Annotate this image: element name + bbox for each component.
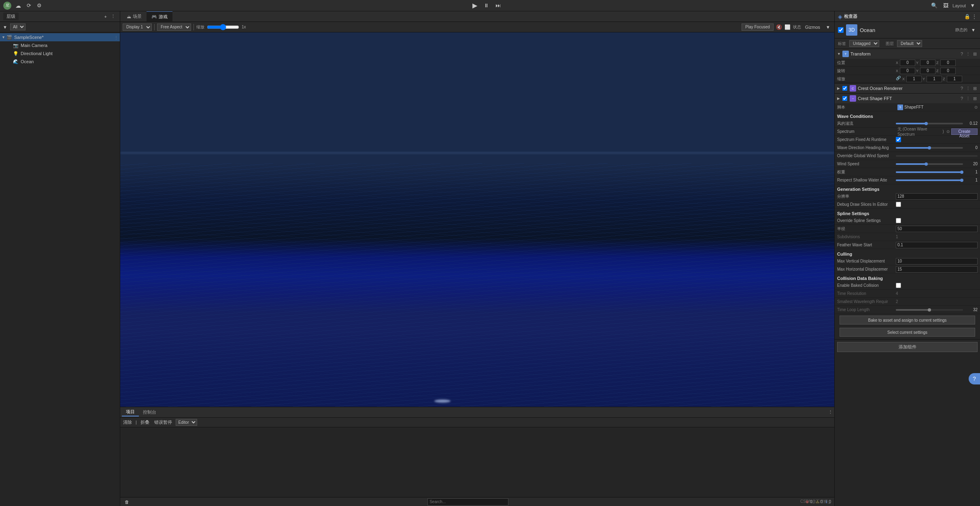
- user-avatar[interactable]: 尼: [3, 2, 11, 10]
- fft-menu-btn[interactable]: ⋮: [965, 96, 971, 101]
- history-button[interactable]: ⟳: [25, 2, 33, 9]
- pos-z-input[interactable]: [940, 60, 956, 66]
- image-button[interactable]: 🖼: [942, 2, 950, 9]
- cor-info-btn[interactable]: ?: [960, 86, 964, 91]
- transform-component: ▼ T Transform ? ⋮ ⊞ 位置 X Y: [835, 49, 980, 83]
- cor-more-btn[interactable]: ⊞: [972, 86, 978, 91]
- spectrum-dot[interactable]: ⊙: [946, 129, 950, 134]
- transform-header[interactable]: ▼ T Transform ? ⋮ ⊞: [835, 49, 980, 59]
- aspect-select[interactable]: Free Aspect: [157, 23, 191, 31]
- fft-more-btn[interactable]: ⊞: [972, 96, 978, 101]
- fft-checkbox[interactable]: [842, 96, 847, 101]
- pos-x-input[interactable]: [900, 60, 915, 66]
- inspector-icon: ◈: [838, 13, 842, 20]
- create-asset-btn[interactable]: Create Asset: [951, 128, 978, 135]
- bottom-toolbar: 清除 | 折叠 错误暂停 Editor: [120, 418, 834, 427]
- hier-filter-select[interactable]: All: [10, 23, 26, 30]
- override-spline-checkbox[interactable]: [896, 218, 901, 223]
- add-component-btn[interactable]: 添加组件: [837, 342, 978, 352]
- layer-select[interactable]: Default: [897, 40, 922, 47]
- debug-slices-checkbox[interactable]: [896, 202, 901, 207]
- cor-checkbox[interactable]: [842, 86, 847, 91]
- rot-z-label: Z: [936, 69, 940, 73]
- cloud-button[interactable]: ☁: [14, 2, 23, 10]
- enable-baked-checkbox[interactable]: [896, 283, 901, 288]
- half-width-input[interactable]: [896, 226, 978, 232]
- fft-info-btn[interactable]: ?: [960, 96, 964, 101]
- rot-y-input[interactable]: [920, 68, 935, 74]
- clear-status-btn[interactable]: 🗑: [123, 499, 130, 505]
- scale-z-label: Z: [943, 77, 946, 81]
- hierarchy-tab[interactable]: 层级: [3, 13, 19, 20]
- static-dropdown[interactable]: ▼: [970, 27, 977, 33]
- scale-slider[interactable]: [207, 24, 239, 30]
- scale-y-input[interactable]: [927, 76, 942, 82]
- cor-menu-btn[interactable]: ⋮: [965, 86, 971, 91]
- transform-more-btn[interactable]: ⊞: [972, 51, 978, 57]
- wave-dir-track[interactable]: [896, 147, 963, 149]
- collapse-btn[interactable]: 折叠: [139, 419, 151, 426]
- crest-ocean-renderer-header[interactable]: ▶ C Crest Ocean Renderer ? ⋮ ⊞: [835, 83, 980, 93]
- inspector-menu-icon[interactable]: ⋮: [972, 14, 977, 19]
- play-focused-btn[interactable]: Play Focused: [742, 23, 774, 31]
- bake-btn[interactable]: Bake to asset and assign to current sett…: [840, 316, 975, 325]
- hier-expand-btn[interactable]: ▼: [2, 24, 9, 30]
- scale-z-input[interactable]: [947, 76, 962, 82]
- feather-wave-input[interactable]: [896, 242, 978, 248]
- pos-y-input[interactable]: [920, 60, 935, 66]
- settings-button[interactable]: ⚙: [35, 2, 43, 9]
- search-button[interactable]: 🔍: [929, 2, 939, 9]
- layout-arrow[interactable]: ▼: [968, 2, 977, 9]
- select-settings-btn[interactable]: Select current settings: [840, 328, 975, 337]
- bottom-panel-menu[interactable]: ⋮: [828, 410, 833, 415]
- hier-menu-btn[interactable]: ⋮: [110, 13, 117, 19]
- tab-console[interactable]: 控制台: [139, 408, 160, 416]
- override-wind-value: [896, 155, 978, 157]
- hier-item-light[interactable]: 💡 Directional Light: [0, 49, 120, 58]
- gizmos-btn[interactable]: Gizmos: [804, 24, 822, 30]
- hier-item-scene[interactable]: ▼ 🎬 SampleScene* ⋮: [0, 33, 120, 41]
- play-button[interactable]: ▶: [471, 1, 479, 10]
- hier-add-btn[interactable]: +: [103, 13, 108, 19]
- game-tab[interactable]: 🎮 游戏: [147, 11, 172, 21]
- float-help-btn[interactable]: ?: [969, 373, 980, 384]
- spectrum-fixed-checkbox[interactable]: [896, 137, 901, 142]
- rot-z-input[interactable]: [940, 68, 956, 74]
- scene-menu[interactable]: ⋮: [114, 35, 118, 40]
- scene-tab[interactable]: ⛰ 场景: [122, 11, 147, 21]
- lock-icon[interactable]: 🔒: [964, 14, 970, 19]
- fft-comp-icons: ? ⋮ ⊞: [960, 96, 978, 101]
- tab-project[interactable]: 项目: [122, 408, 139, 416]
- top-bar: 尼 ☁ ⟳ ⚙ ▶ ⏸ ⏭ 🔍 🖼 Layout ▼: [0, 0, 980, 11]
- pause-err-btn[interactable]: 错误暂停: [153, 419, 173, 426]
- transform-menu-btn[interactable]: ⋮: [965, 51, 971, 57]
- object-active-checkbox[interactable]: [838, 27, 844, 33]
- bottom-content: [120, 427, 834, 497]
- crest-shape-fft-header[interactable]: ▶ ~ Crest Shape FFT ? ⋮ ⊞: [835, 94, 980, 103]
- gizmos-arrow[interactable]: ▼: [824, 24, 832, 30]
- respect-shallow-track[interactable]: [896, 179, 963, 181]
- resolution-input[interactable]: [896, 193, 978, 200]
- step-button[interactable]: ⏭: [494, 2, 502, 9]
- wind-speed-track[interactable]: [896, 163, 963, 165]
- rot-x-input[interactable]: [900, 68, 915, 74]
- transform-info-btn[interactable]: ?: [960, 51, 964, 57]
- wind-turbulence-track[interactable]: [896, 123, 963, 124]
- clear-btn[interactable]: 清除: [122, 419, 133, 426]
- console-search[interactable]: [427, 498, 508, 506]
- hier-item-ocean[interactable]: 🌊 Ocean: [0, 58, 120, 66]
- scale-x-input[interactable]: [906, 76, 922, 82]
- maximize-icon[interactable]: ⬜: [784, 24, 791, 30]
- hier-item-camera[interactable]: 📷 Main Camera: [0, 41, 120, 49]
- max-vert-input[interactable]: [896, 258, 978, 265]
- max-horiz-input[interactable]: [896, 266, 978, 273]
- status-search-area: [134, 498, 802, 506]
- display-select[interactable]: Display 1: [123, 23, 152, 31]
- object-name-input[interactable]: [860, 27, 953, 33]
- script-dot[interactable]: ⊙: [974, 105, 978, 109]
- weight-track[interactable]: [896, 171, 963, 173]
- tag-select[interactable]: Untagged: [849, 40, 879, 47]
- mute-icon[interactable]: 🔇: [776, 24, 782, 30]
- pause-button[interactable]: ⏸: [482, 2, 491, 9]
- editor-select[interactable]: Editor: [176, 419, 197, 426]
